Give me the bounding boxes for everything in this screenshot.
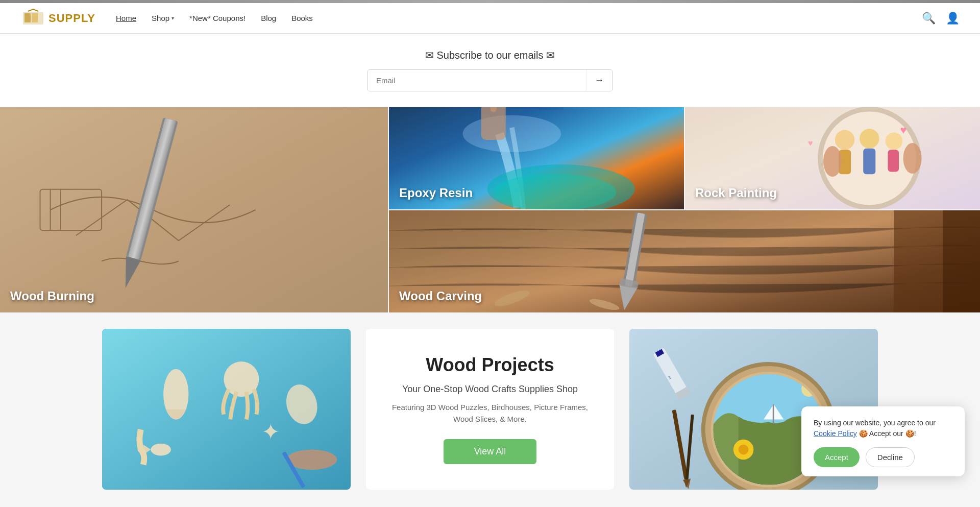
svg-point-25 bbox=[823, 146, 842, 177]
svg-text:✦: ✦ bbox=[261, 419, 280, 444]
email-submit-button[interactable]: → bbox=[586, 70, 612, 91]
left-product-panel: ✦ bbox=[102, 329, 351, 490]
nav-coupons[interactable]: *New* Coupons! bbox=[189, 14, 246, 22]
wood-projects-subtitle: Your One-Stop Wood Crafts Supplies Shop bbox=[402, 384, 578, 395]
logo-area[interactable]: SUPPLY bbox=[20, 8, 95, 29]
decline-cookie-button[interactable]: Decline bbox=[866, 447, 915, 467]
cookie-banner: By using our website, you agree to our C… bbox=[801, 406, 965, 476]
accept-cookie-button[interactable]: Accept bbox=[814, 447, 860, 467]
svg-point-59 bbox=[739, 445, 749, 455]
header: SUPPLY Home Shop ▾ *New* Coupons! Blog B… bbox=[0, 3, 980, 34]
wood-burning-bg bbox=[0, 107, 388, 312]
svg-rect-24 bbox=[888, 150, 899, 172]
svg-rect-38 bbox=[943, 210, 980, 312]
svg-point-19 bbox=[835, 130, 855, 150]
cookie-text: By using our website, you agree to our C… bbox=[814, 418, 952, 439]
wood-burning-label: Wood Burning bbox=[10, 289, 94, 303]
products-svg: ✦ bbox=[102, 329, 351, 490]
rock-painting-label: Rock Painting bbox=[695, 186, 777, 200]
svg-point-43 bbox=[151, 444, 170, 456]
subscribe-section: ✉ Subscribe to our emails ✉ → bbox=[0, 34, 980, 107]
nav-shop-wrap[interactable]: Shop ▾ bbox=[152, 14, 174, 22]
email-form: → bbox=[362, 69, 618, 91]
wood-carving-cell[interactable]: Wood Carving bbox=[389, 210, 980, 312]
wood-burning-svg bbox=[0, 107, 388, 312]
svg-point-26 bbox=[903, 143, 921, 174]
search-icon[interactable]: 🔍 bbox=[922, 12, 936, 25]
email-input[interactable] bbox=[368, 70, 586, 91]
nav-shop[interactable]: Shop bbox=[152, 14, 169, 22]
cookie-actions: Accept Decline bbox=[814, 447, 952, 467]
header-icons: 🔍 👤 bbox=[922, 12, 960, 25]
epoxy-resin-cell[interactable]: Epoxy Resin bbox=[389, 107, 684, 209]
email-input-wrap: → bbox=[368, 69, 612, 91]
svg-text:♥: ♥ bbox=[808, 138, 813, 148]
center-panel: Wood Projects Your One-Stop Wood Crafts … bbox=[366, 329, 615, 490]
subscribe-title: ✉ Subscribe to our emails ✉ bbox=[10, 49, 970, 61]
svg-point-21 bbox=[860, 129, 879, 149]
svg-rect-56 bbox=[773, 404, 774, 424]
epoxy-resin-label: Epoxy Resin bbox=[399, 186, 473, 200]
wood-projects-title: Wood Projects bbox=[426, 354, 554, 376]
nav-books[interactable]: Books bbox=[291, 14, 313, 22]
cookie-policy-link[interactable]: Cookie Policy bbox=[814, 429, 857, 438]
image-grid: Wood Burning bbox=[0, 107, 980, 312]
svg-text:♥: ♥ bbox=[900, 124, 906, 136]
svg-rect-22 bbox=[863, 149, 875, 175]
wood-carving-label: Wood Carving bbox=[399, 289, 482, 303]
rock-painting-cell[interactable]: ♥ ♥ Rock Painting bbox=[685, 107, 980, 209]
svg-rect-2 bbox=[32, 13, 38, 22]
view-all-button[interactable]: View All bbox=[444, 439, 537, 464]
shop-chevron-icon: ▾ bbox=[172, 15, 174, 21]
wood-burning-cell[interactable]: Wood Burning bbox=[0, 107, 388, 312]
account-icon[interactable]: 👤 bbox=[946, 12, 960, 25]
svg-point-16 bbox=[494, 174, 617, 209]
logo-icon bbox=[20, 8, 46, 29]
svg-rect-1 bbox=[24, 13, 31, 22]
main-nav: Home Shop ▾ *New* Coupons! Blog Books bbox=[116, 14, 922, 22]
svg-rect-4 bbox=[0, 107, 388, 312]
nav-blog[interactable]: Blog bbox=[261, 14, 276, 22]
wood-projects-desc: Featuring 3D Wood Puzzles, Birdhouses, P… bbox=[381, 402, 599, 425]
logo-text: SUPPLY bbox=[48, 12, 95, 25]
nav-home[interactable]: Home bbox=[116, 14, 136, 22]
